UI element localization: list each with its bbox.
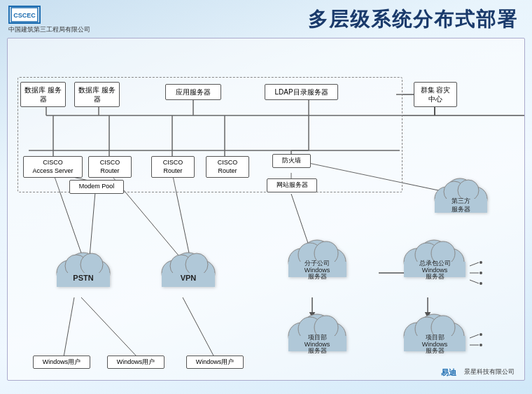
svg-text:服务器: 服务器 — [308, 273, 327, 279]
svg-point-47 — [479, 282, 482, 285]
device-access: CISCOAccess Server — [23, 156, 83, 178]
server-cluster: 群集 容灾中心 — [414, 82, 457, 107]
device-firewall: 防火墙 — [272, 154, 311, 168]
svg-text:VPN: VPN — [181, 274, 197, 282]
cloud-third: 第三方 服务器 — [428, 168, 494, 216]
svg-text:分子公司: 分子公司 — [304, 260, 330, 267]
svg-text:第三方: 第三方 — [451, 197, 470, 204]
cloud-vpn: VPN — [153, 241, 223, 290]
svg-point-51 — [479, 344, 482, 346]
user-win3: Windows用户 — [186, 356, 244, 369]
logo-box: CSCEC — [8, 6, 41, 24]
server-db2: 数据库 服务器 — [74, 82, 120, 107]
cloud-proj2: 项目部 Windows 服务器 — [396, 303, 473, 353]
header: CSCEC 中国建筑第三工程局有限公司 多层级系统分布式部署 — [0, 0, 532, 36]
logo-area: CSCEC 中国建筑第三工程局有限公司 — [8, 6, 90, 34]
device-router1: CISCORouter — [88, 156, 132, 178]
server-db1: 数据库 服务器 — [20, 82, 66, 107]
svg-text:服务器: 服务器 — [308, 347, 327, 353]
svg-line-44 — [470, 280, 479, 283]
device-router3: CISCORouter — [206, 156, 249, 178]
svg-line-30 — [183, 297, 214, 357]
svg-text:服务器: 服务器 — [451, 206, 470, 213]
svg-text:服务器: 服务器 — [426, 347, 444, 353]
device-modempool: Modem Pool — [69, 180, 124, 194]
company-name: 中国建筑第三工程局有限公司 — [8, 25, 90, 34]
server-ldap: LDAP目录服务器 — [265, 84, 338, 100]
svg-text:CSCEC: CSCEC — [13, 12, 36, 19]
server-app: 应用服务器 — [165, 84, 221, 100]
footer: 易迪 景星科技有限公司 — [440, 366, 514, 377]
cloud-pstn: PSTN — [48, 241, 118, 290]
page-title: 多层级系统分布式部署 — [308, 6, 518, 33]
svg-text:总承包公司: 总承包公司 — [419, 260, 451, 267]
svg-point-57 — [80, 253, 103, 276]
svg-text:易迪: 易迪 — [441, 368, 457, 377]
svg-point-46 — [479, 272, 482, 274]
diagram: 数据库 服务器 数据库 服务器 应用服务器 LDAP目录服务器 群集 容灾中心 … — [7, 38, 525, 381]
svg-text:服务器: 服务器 — [426, 273, 444, 279]
cloud-proj1: 项目部 Windows 服务器 — [281, 303, 354, 353]
svg-point-45 — [479, 261, 482, 264]
device-webserver: 网站服务器 — [267, 178, 317, 192]
svg-line-28 — [64, 297, 74, 357]
footer-company: 景星科技有限公司 — [464, 367, 514, 377]
svg-point-50 — [479, 333, 482, 336]
device-router2: CISCORouter — [151, 156, 195, 178]
svg-line-29 — [81, 297, 137, 357]
cloud-branch: 分子公司 Windows 服务器 — [281, 229, 354, 279]
svg-point-64 — [186, 253, 208, 276]
user-win2: Windows用户 — [107, 356, 164, 369]
svg-text:项目部: 项目部 — [426, 334, 444, 341]
cloud-general: 总承包公司 Windows 服务器 — [396, 229, 473, 279]
svg-text:PSTN: PSTN — [73, 274, 93, 282]
svg-text:项目部: 项目部 — [308, 334, 327, 341]
user-win1: Windows用户 — [33, 356, 90, 369]
